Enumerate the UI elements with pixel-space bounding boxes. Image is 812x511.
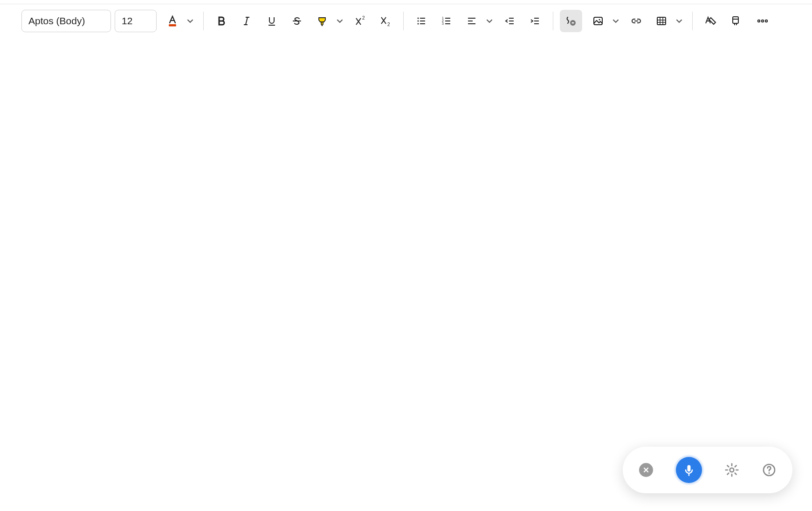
- bullet-list-button[interactable]: [410, 10, 433, 32]
- superscript-icon: 2: [354, 15, 366, 27]
- clear-formatting-button[interactable]: [724, 10, 747, 32]
- formatting-toolbar: Aptos (Body) 12: [0, 4, 812, 37]
- font-family-value: Aptos (Body): [28, 15, 85, 27]
- highlight-icon: [316, 15, 328, 27]
- svg-rect-12: [657, 17, 666, 25]
- align-button[interactable]: [461, 10, 483, 32]
- picture-icon: [592, 15, 604, 27]
- subscript-button[interactable]: 2: [374, 10, 397, 32]
- decrease-indent-button[interactable]: [499, 10, 521, 32]
- svg-point-15: [762, 20, 764, 21]
- svg-text:3: 3: [442, 22, 444, 25]
- svg-rect-17: [688, 465, 691, 472]
- styles-icon: [704, 15, 716, 27]
- svg-text:2: 2: [387, 22, 390, 27]
- increase-indent-icon: [530, 15, 541, 27]
- increase-indent-button[interactable]: [524, 10, 546, 32]
- dictation-close-button[interactable]: [636, 460, 656, 480]
- divider: [553, 12, 553, 30]
- numbered-list-icon: 1 2 3: [441, 15, 452, 27]
- subscript-icon: 2: [379, 15, 392, 27]
- paragraph-group: 1 2 3: [410, 10, 546, 32]
- italic-icon: [241, 15, 252, 27]
- bold-button[interactable]: [210, 10, 233, 32]
- svg-rect-13: [733, 17, 738, 23]
- svg-point-3: [418, 17, 419, 19]
- svg-point-11: [599, 19, 600, 20]
- dictation-mic-button[interactable]: [673, 454, 705, 486]
- draw-button[interactable]: [560, 10, 582, 32]
- svg-point-16: [765, 20, 767, 21]
- strikethrough-button[interactable]: [286, 10, 308, 32]
- decrease-indent-icon: [504, 15, 516, 27]
- font-color-dropdown[interactable]: [184, 10, 197, 32]
- svg-text:2: 2: [362, 15, 365, 21]
- table-button[interactable]: [650, 10, 673, 32]
- table-icon: [656, 15, 667, 27]
- help-icon: [762, 463, 777, 477]
- underline-button[interactable]: [261, 10, 283, 32]
- gear-icon: [724, 463, 739, 477]
- align-dropdown[interactable]: [483, 10, 496, 32]
- dictation-help-button[interactable]: [759, 460, 779, 480]
- link-button[interactable]: [625, 10, 647, 32]
- svg-rect-10: [594, 17, 602, 25]
- font-family-selector[interactable]: Aptos (Body): [21, 10, 111, 32]
- microphone-icon: [676, 457, 702, 483]
- more-icon: [756, 15, 769, 27]
- document-canvas[interactable]: [0, 37, 812, 457]
- bold-icon: [216, 15, 227, 27]
- font-size-selector[interactable]: 12: [115, 10, 157, 32]
- picture-button[interactable]: [587, 10, 609, 32]
- numbered-list-button[interactable]: 1 2 3: [435, 10, 458, 32]
- close-icon: [639, 463, 653, 477]
- dictation-settings-button[interactable]: [722, 460, 742, 480]
- divider: [692, 12, 693, 30]
- svg-point-18: [730, 468, 734, 472]
- more-options-button[interactable]: [751, 10, 774, 32]
- highlight-dropdown[interactable]: [333, 10, 346, 32]
- eraser-icon: [730, 15, 741, 27]
- draw-icon: [565, 15, 577, 27]
- underline-icon: [266, 15, 277, 27]
- font-size-value: 12: [122, 15, 132, 27]
- text-format-group: 2 2: [210, 10, 397, 32]
- dictation-toolbar: [623, 447, 792, 493]
- superscript-button[interactable]: 2: [349, 10, 372, 32]
- svg-point-20: [768, 472, 770, 474]
- font-color-icon: [166, 15, 179, 27]
- align-left-icon: [466, 15, 477, 27]
- strikethrough-icon: [291, 15, 303, 27]
- svg-point-5: [418, 23, 419, 24]
- font-color-button[interactable]: [161, 10, 184, 32]
- font-group: Aptos (Body) 12: [21, 10, 197, 32]
- divider: [403, 12, 404, 30]
- italic-button[interactable]: [235, 10, 258, 32]
- styles-button[interactable]: [699, 10, 722, 32]
- bullet-list-icon: [416, 15, 427, 27]
- link-icon: [631, 15, 642, 27]
- table-dropdown[interactable]: [673, 10, 686, 32]
- picture-dropdown[interactable]: [609, 10, 622, 32]
- svg-point-14: [758, 20, 760, 21]
- insert-group: [560, 10, 686, 32]
- svg-rect-0: [169, 24, 176, 27]
- highlight-button[interactable]: [311, 10, 333, 32]
- svg-point-4: [418, 20, 419, 21]
- divider: [203, 12, 204, 30]
- styles-group: [699, 10, 774, 32]
